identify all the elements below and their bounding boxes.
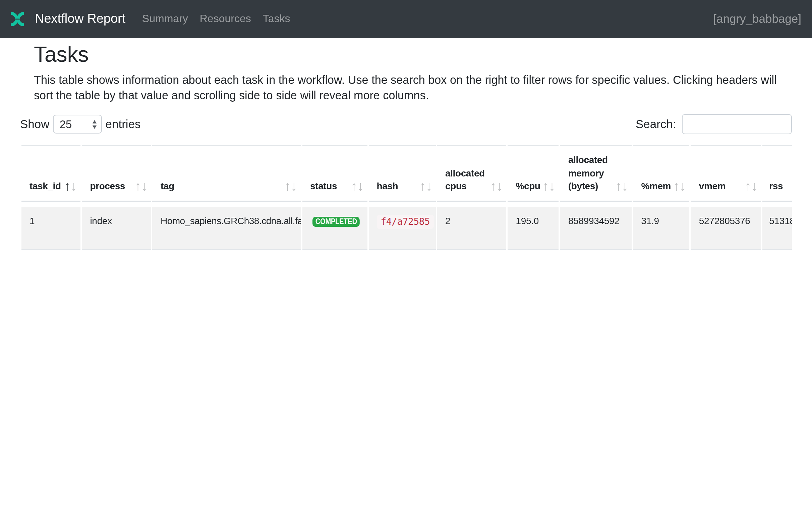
column-header-status[interactable]: status↑↓	[302, 145, 367, 202]
tasks-section: Show25entries Search: task_id↑↓process↑↓…	[0, 114, 812, 257]
table-body-scroll[interactable]: 1indexHomo_sapiens.GRCh38.cdna.all.fa.gz…	[20, 207, 792, 257]
cell-rss: 513183744	[762, 207, 792, 249]
page-header-block: Tasks This table shows information about…	[24, 38, 788, 104]
column-header-hash[interactable]: hash↑↓	[369, 145, 436, 202]
cell-process: index	[82, 207, 151, 249]
column-header-tag[interactable]: tag↑↓	[152, 145, 301, 202]
search-control: Search:	[636, 114, 792, 135]
sort-asc-icon: ↑	[351, 182, 357, 191]
column-label: %mem	[641, 181, 671, 191]
sort-asc-icon: ↑	[64, 182, 70, 191]
hash-code: f4/a72585	[377, 215, 434, 229]
column-header-task_id[interactable]: task_id↑↓	[22, 145, 81, 202]
sort-desc-icon: ↓	[621, 182, 628, 191]
navbar-brand[interactable]: Nextflow Report	[35, 9, 125, 29]
nav-link-tasks[interactable]: Tasks	[257, 8, 296, 30]
column-header-mem[interactable]: allocated memory (bytes)↑↓	[560, 145, 632, 202]
cell-cpus: 2	[437, 207, 506, 249]
cell-hash: f4/a72585	[369, 207, 436, 249]
nextflow-logo-icon	[11, 12, 24, 26]
run-name-text: [angry_babbage]	[713, 12, 801, 26]
column-label: process	[90, 181, 125, 191]
table-header-scroll: task_id↑↓process↑↓tag↑↓status↑↓hash↑↓all…	[20, 145, 792, 202]
navbar: Nextflow Report SummaryResourcesTasks [a…	[0, 0, 812, 38]
column-header-cpus[interactable]: allocated cpus↑↓	[437, 145, 506, 202]
search-input[interactable]	[682, 114, 792, 135]
column-header-process[interactable]: process↑↓	[82, 145, 151, 202]
sort-desc-icon: ↓	[141, 182, 147, 191]
navbar-links: SummaryResourcesTasks	[136, 8, 296, 30]
cell-vmem: 5272805376	[691, 207, 761, 249]
page-length-control: Show25entries	[20, 115, 141, 134]
entries-label: entries	[106, 117, 141, 132]
sort-asc-icon: ↑	[673, 182, 679, 191]
cell-task_id: 1	[22, 207, 81, 249]
column-label: status	[310, 181, 337, 191]
task-row-2: 2parseEncode/home/pditommaso/projects/rn…	[22, 249, 792, 257]
cell-mem: -	[560, 249, 632, 257]
cell-cpus: 1	[437, 249, 506, 257]
sort-asc-icon: ↑	[543, 182, 549, 191]
cell-rss: 53248	[762, 249, 792, 257]
column-label: allocated memory (bytes)	[568, 154, 608, 191]
cell-pmem: 0.0	[633, 249, 689, 257]
tasks-table-body: 1indexHomo_sapiens.GRCh38.cdna.all.fa.gz…	[20, 207, 792, 257]
sort-asc-icon: ↑	[284, 182, 291, 191]
page-title: Tasks	[34, 41, 778, 67]
nav-link-summary[interactable]: Summary	[136, 8, 194, 30]
column-header-vmem[interactable]: vmem↑↓	[691, 145, 761, 202]
cell-mem: 8589934592	[560, 207, 632, 249]
cell-process: parseEncode	[82, 249, 151, 257]
cell-status: COMPLETED	[302, 207, 367, 249]
table-controls-row: Show25entries Search:	[20, 114, 792, 135]
column-label: vmem	[699, 181, 725, 191]
cell-hash: 12/bdfd13	[369, 249, 436, 257]
sort-desc-icon: ↓	[357, 182, 364, 191]
sort-desc-icon: ↓	[70, 182, 77, 191]
cell-pmem: 31.9	[633, 207, 689, 249]
column-label: tag	[161, 181, 174, 191]
cell-pcpu: 195.0	[508, 207, 559, 249]
task-row-1: 1indexHomo_sapiens.GRCh38.cdna.all.fa.gz…	[22, 207, 792, 249]
sort-asc-icon: ↑	[615, 182, 621, 191]
status-badge: COMPLETED	[312, 217, 360, 227]
page-length-select[interactable]: 25	[53, 115, 102, 134]
sort-desc-icon: ↓	[426, 182, 432, 191]
column-header-rss[interactable]: rss↑↓	[762, 145, 792, 202]
sort-desc-icon: ↓	[291, 182, 297, 191]
cell-status: COMPLETED	[302, 249, 367, 257]
sort-desc-icon: ↓	[549, 182, 555, 191]
column-label: rss	[769, 181, 783, 191]
cell-tag: Homo_sapiens.GRCh38.cdna.all.fa.gz	[152, 207, 301, 249]
cell-task_id: 2	[22, 249, 81, 257]
sort-asc-icon: ↑	[135, 182, 141, 191]
table-header-row: task_id↑↓process↑↓tag↑↓status↑↓hash↑↓all…	[22, 145, 792, 202]
page-description: This table shows information about each …	[34, 73, 778, 104]
column-label: hash	[377, 181, 398, 191]
column-label: allocated cpus	[445, 167, 485, 191]
column-header-pcpu[interactable]: %cpu↑↓	[508, 145, 559, 202]
nav-link-resources[interactable]: Resources	[194, 8, 257, 30]
sort-desc-icon: ↓	[496, 182, 502, 191]
sort-asc-icon: ↑	[419, 182, 426, 191]
sort-asc-icon: ↑	[745, 182, 751, 191]
tasks-table-head: task_id↑↓process↑↓tag↑↓status↑↓hash↑↓all…	[20, 145, 792, 202]
sort-asc-icon: ↑	[490, 182, 496, 191]
cell-vmem: 17960960	[691, 249, 761, 257]
show-label: Show	[20, 117, 50, 132]
sort-desc-icon: ↓	[751, 182, 757, 191]
column-label: task_id	[29, 181, 61, 191]
column-label: %cpu	[516, 181, 541, 191]
column-header-pmem[interactable]: %mem↑↓	[633, 145, 689, 202]
cell-tag: /home/pditommaso/projects/rnaseq-encode-…	[152, 249, 301, 257]
search-label: Search:	[636, 117, 676, 132]
sort-desc-icon: ↓	[679, 182, 686, 191]
cell-pcpu: 0.0	[508, 249, 559, 257]
